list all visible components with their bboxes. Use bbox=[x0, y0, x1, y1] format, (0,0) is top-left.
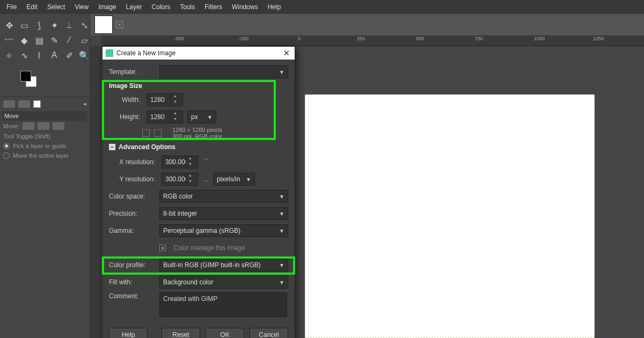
zoom-tool-icon[interactable]: 🔍 bbox=[77, 48, 91, 62]
text-tool-icon[interactable]: A bbox=[47, 48, 61, 62]
spin-up-icon[interactable]: ▲ bbox=[171, 111, 179, 117]
yres-field[interactable] bbox=[162, 175, 186, 183]
move-tool-icon[interactable]: ✥ bbox=[2, 18, 16, 32]
chevron-down-icon: ▼ bbox=[279, 69, 284, 75]
fillwith-select[interactable]: Background color ▼ bbox=[159, 276, 288, 289]
precision-select[interactable]: 8-bit integer ▼ bbox=[159, 207, 288, 220]
clone-tool-icon[interactable]: ⟐ bbox=[2, 48, 16, 62]
tool-options: ◂ Move Move: Tool Toggle (Shift) Pick a … bbox=[0, 97, 90, 163]
template-label: Template: bbox=[109, 68, 155, 76]
eraser-tool-icon[interactable]: ▱ bbox=[77, 33, 91, 47]
tooloptions-tab-icon[interactable] bbox=[3, 100, 15, 108]
portrait-icon[interactable] bbox=[142, 129, 150, 137]
menu-select[interactable]: Select bbox=[43, 1, 69, 13]
move-layer-icon[interactable] bbox=[23, 122, 34, 130]
menu-filters[interactable]: Filters bbox=[200, 1, 226, 13]
link-top-icon: ⎴ bbox=[202, 158, 209, 166]
bucket-tool-icon[interactable]: ◆ bbox=[17, 33, 31, 47]
warp-tool-icon[interactable]: 〰 bbox=[2, 33, 16, 47]
yres-input[interactable]: ▲▼ bbox=[162, 173, 198, 186]
spin-down-icon[interactable]: ▼ bbox=[186, 179, 194, 185]
close-icon[interactable]: ✕ bbox=[282, 48, 291, 58]
new-image-dialog: Create a New Image ✕ Template: ▼ Image S… bbox=[102, 46, 295, 338]
rect-select-tool-icon[interactable]: ▭ bbox=[17, 18, 31, 32]
menu-edit[interactable]: Edit bbox=[22, 1, 42, 13]
menu-tools[interactable]: Tools bbox=[175, 1, 199, 13]
color-manage-checkbox[interactable]: ✕ bbox=[159, 245, 166, 251]
lasso-tool-icon[interactable]: ⟆ bbox=[32, 18, 46, 32]
xres-input[interactable]: ▲▼ bbox=[162, 156, 198, 168]
radio-pick-layer[interactable] bbox=[3, 143, 10, 149]
transform-tool-icon[interactable]: ⤡ bbox=[77, 18, 91, 32]
chevron-down-icon: ▼ bbox=[279, 280, 284, 285]
template-select[interactable]: ▼ bbox=[159, 65, 288, 78]
move-selection-icon[interactable] bbox=[38, 122, 49, 130]
tooloptions-menu-icon[interactable]: ◂ bbox=[83, 100, 86, 108]
picker-tool-icon[interactable]: ✐ bbox=[62, 48, 76, 62]
radio-move-active-label: Move the active layer bbox=[13, 152, 69, 159]
crop-tool-icon[interactable]: ⟂ bbox=[62, 18, 76, 32]
menu-help[interactable]: Help bbox=[264, 1, 286, 13]
xres-field[interactable] bbox=[162, 158, 186, 166]
height-input[interactable]: ▲▼ bbox=[147, 111, 183, 123]
menu-windows[interactable]: Windows bbox=[228, 1, 262, 13]
cancel-button[interactable]: Cancel bbox=[250, 328, 288, 338]
menu-file[interactable]: File bbox=[2, 1, 21, 13]
ok-button[interactable]: OK bbox=[206, 328, 244, 338]
menu-image[interactable]: Image bbox=[94, 1, 120, 13]
colorprofile-select[interactable]: Built-in RGB (GIMP built-in sRGB) ▼ bbox=[159, 259, 288, 271]
colorprofile-label: Color profile: bbox=[109, 261, 155, 269]
tooloptions-color-icon[interactable] bbox=[33, 100, 41, 108]
spin-down-icon[interactable]: ▼ bbox=[186, 162, 194, 168]
document-thumb[interactable] bbox=[94, 16, 113, 34]
help-button[interactable]: Help bbox=[109, 328, 148, 338]
close-document-icon[interactable]: × bbox=[116, 21, 123, 28]
radio-pick-layer-label: Pick a layer or guide bbox=[13, 143, 67, 149]
link-bottom-icon[interactable]: ⎵ bbox=[202, 175, 209, 183]
move-path-icon[interactable] bbox=[53, 122, 64, 130]
height-field[interactable] bbox=[147, 113, 171, 121]
gradient-tool-icon[interactable]: ▤ bbox=[32, 33, 46, 47]
fillwith-label: Fill with: bbox=[109, 278, 155, 286]
menu-view[interactable]: View bbox=[70, 1, 93, 13]
spin-down-icon[interactable]: ▼ bbox=[171, 100, 179, 106]
chevron-down-icon: ▼ bbox=[246, 177, 251, 182]
fg-color-swatch[interactable] bbox=[20, 71, 31, 82]
ruler-lbl: 1000 bbox=[534, 36, 580, 41]
fuzzy-select-tool-icon[interactable]: ✦ bbox=[47, 18, 61, 32]
spin-up-icon[interactable]: ▲ bbox=[171, 94, 179, 100]
menu-layer[interactable]: Layer bbox=[122, 1, 147, 13]
menu-colors[interactable]: Colors bbox=[148, 1, 175, 13]
ruler-lbl: 250 bbox=[357, 36, 403, 41]
reset-button[interactable]: Reset bbox=[162, 328, 200, 338]
comment-textarea[interactable]: Created with GIMP bbox=[159, 292, 287, 317]
brush-tool-icon[interactable]: ⁄ bbox=[62, 33, 76, 47]
size-unit-select[interactable]: px ▼ bbox=[187, 111, 216, 123]
spin-down-icon[interactable]: ▼ bbox=[171, 117, 179, 123]
chevron-down-icon: ▼ bbox=[279, 228, 284, 234]
res-unit-select[interactable]: pixels/in ▼ bbox=[213, 173, 255, 186]
gamma-select[interactable]: Perceptual gamma (sRGB) ▼ bbox=[159, 224, 288, 237]
path-tool-icon[interactable]: ⌇ bbox=[32, 48, 46, 62]
spin-up-icon[interactable]: ▲ bbox=[186, 156, 194, 162]
fg-bg-swatches[interactable] bbox=[20, 71, 42, 90]
colorspace-value: RGB color bbox=[163, 193, 193, 200]
dialog-title: Create a New Image bbox=[116, 49, 175, 57]
width-field[interactable] bbox=[147, 96, 171, 104]
advanced-toggle[interactable]: − Advanced Options bbox=[109, 143, 288, 151]
landscape-icon[interactable] bbox=[154, 129, 162, 137]
height-label: Height: bbox=[115, 113, 142, 121]
gamma-value: Perceptual gamma (sRGB) bbox=[163, 227, 240, 234]
smudge-tool-icon[interactable]: ∿ bbox=[17, 48, 31, 62]
dialog-titlebar[interactable]: Create a New Image ✕ bbox=[103, 47, 295, 60]
width-input[interactable]: ▲▼ bbox=[147, 93, 183, 106]
tool-toggle-label: Tool Toggle (Shift) bbox=[2, 131, 87, 141]
colorspace-select[interactable]: RGB color ▼ bbox=[159, 190, 288, 203]
precision-label: Precision: bbox=[109, 210, 155, 217]
pencil-tool-icon[interactable]: ✎ bbox=[47, 33, 61, 47]
device-status-tab-icon[interactable] bbox=[18, 100, 30, 108]
comment-text: Created with GIMP bbox=[163, 295, 217, 303]
radio-move-active[interactable] bbox=[3, 152, 10, 159]
spin-up-icon[interactable]: ▲ bbox=[186, 173, 194, 179]
canvas[interactable] bbox=[305, 94, 595, 338]
